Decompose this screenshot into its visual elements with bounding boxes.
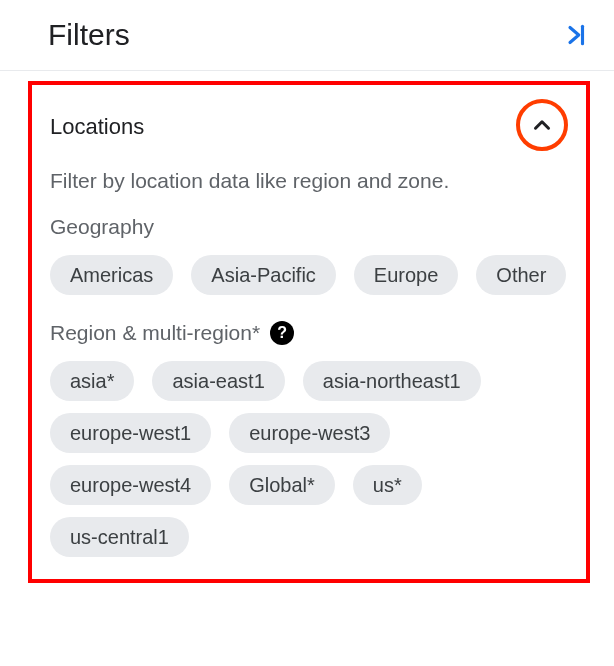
chip-asia-pacific[interactable]: Asia-Pacific <box>191 255 335 295</box>
region-label-text: Region & multi-region* <box>50 321 260 345</box>
chip-americas[interactable]: Americas <box>50 255 173 295</box>
geography-label: Geography <box>50 215 568 239</box>
locations-title: Locations <box>50 114 144 140</box>
help-icon[interactable]: ? <box>270 321 294 345</box>
region-chip-row: asia* asia-east1 asia-northeast1 europe-… <box>50 361 568 557</box>
chip-asia-northeast1[interactable]: asia-northeast1 <box>303 361 481 401</box>
region-label: Region & multi-region* ? <box>50 321 568 345</box>
chevron-up-icon <box>529 112 555 138</box>
locations-panel: Locations Filter by location data like r… <box>28 81 590 583</box>
chip-other[interactable]: Other <box>476 255 566 295</box>
chip-us[interactable]: us* <box>353 465 422 505</box>
chip-asia-east1[interactable]: asia-east1 <box>152 361 284 401</box>
page-title: Filters <box>48 18 130 52</box>
collapse-locations-button[interactable] <box>516 99 568 151</box>
chip-europe-west3[interactable]: europe-west3 <box>229 413 390 453</box>
geography-chip-row: Americas Asia-Pacific Europe Other <box>50 255 568 295</box>
filters-header: Filters <box>0 0 614 71</box>
chip-asia[interactable]: asia* <box>50 361 134 401</box>
chip-europe-west1[interactable]: europe-west1 <box>50 413 211 453</box>
chip-us-central1[interactable]: us-central1 <box>50 517 189 557</box>
locations-description: Filter by location data like region and … <box>50 167 568 195</box>
collapse-panel-icon[interactable] <box>560 20 590 50</box>
chip-europe-west4[interactable]: europe-west4 <box>50 465 211 505</box>
chip-europe[interactable]: Europe <box>354 255 459 295</box>
chip-global[interactable]: Global* <box>229 465 335 505</box>
